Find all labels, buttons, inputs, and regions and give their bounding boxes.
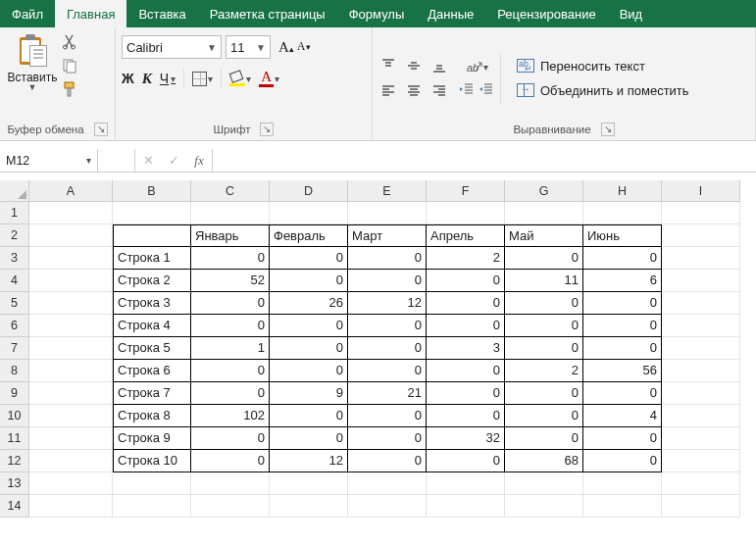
row-header[interactable]: 2 xyxy=(0,224,29,247)
cell[interactable] xyxy=(29,337,113,360)
cell[interactable]: 0 xyxy=(427,405,505,427)
tab-page-layout[interactable]: Разметка страницы xyxy=(198,0,337,27)
cell[interactable]: 0 xyxy=(505,405,583,427)
cell[interactable] xyxy=(583,495,662,518)
cell[interactable] xyxy=(29,450,113,472)
cell[interactable]: 4 xyxy=(583,405,662,427)
cell[interactable]: Февраль xyxy=(270,224,348,247)
cell[interactable]: 0 xyxy=(348,405,427,427)
cell[interactable] xyxy=(427,202,505,224)
cell[interactable]: 2 xyxy=(505,360,583,382)
cell[interactable]: 12 xyxy=(348,292,427,315)
tab-formulas[interactable]: Формулы xyxy=(337,0,417,27)
cell[interactable]: 0 xyxy=(348,360,427,382)
fx-button[interactable]: fx xyxy=(186,153,212,169)
cell[interactable] xyxy=(29,247,113,270)
row-header[interactable]: 3 xyxy=(0,247,29,270)
cell[interactable] xyxy=(29,202,113,224)
fill-color-button[interactable]: ▾ xyxy=(229,71,251,86)
cell[interactable]: 0 xyxy=(270,315,348,337)
cell[interactable]: Строка 6 xyxy=(113,360,191,382)
row-header[interactable]: 11 xyxy=(0,427,29,450)
cell[interactable]: Строка 5 xyxy=(113,337,191,360)
align-center-button[interactable] xyxy=(404,81,424,101)
cell[interactable] xyxy=(427,495,505,518)
format-painter-button[interactable] xyxy=(61,80,78,98)
cell[interactable]: 0 xyxy=(505,247,583,270)
row-header[interactable]: 6 xyxy=(0,315,29,337)
cell[interactable]: Строка 3 xyxy=(113,292,191,315)
column-header[interactable]: A xyxy=(29,180,113,202)
name-box[interactable]: M12 ▾ xyxy=(0,149,98,172)
cell[interactable] xyxy=(270,472,348,495)
cell[interactable]: 12 xyxy=(270,450,348,472)
cell[interactable]: Строка 9 xyxy=(113,427,191,450)
cell[interactable] xyxy=(29,360,113,382)
cell[interactable]: 0 xyxy=(191,427,270,450)
cell[interactable]: 0 xyxy=(583,292,662,315)
accept-formula-button[interactable]: ✓ xyxy=(161,153,186,168)
cell[interactable] xyxy=(505,495,583,518)
cell[interactable]: 0 xyxy=(583,427,662,450)
align-top-button[interactable] xyxy=(378,56,398,75)
cell[interactable] xyxy=(29,427,113,450)
cell[interactable]: 0 xyxy=(583,337,662,360)
cell[interactable]: 0 xyxy=(427,270,505,292)
row-header[interactable]: 4 xyxy=(0,270,29,292)
tab-file[interactable]: Файл xyxy=(0,0,55,27)
cell[interactable] xyxy=(29,292,113,315)
column-header[interactable]: B xyxy=(113,180,191,202)
cell[interactable] xyxy=(113,495,191,518)
cell[interactable] xyxy=(348,472,427,495)
font-size-select[interactable]: 11 ▼ xyxy=(226,35,271,59)
row-header[interactable]: 7 xyxy=(0,337,29,360)
cell[interactable]: 102 xyxy=(191,405,270,427)
cell[interactable]: 0 xyxy=(583,315,662,337)
cell[interactable]: 0 xyxy=(427,360,505,382)
cell[interactable] xyxy=(505,472,583,495)
cell[interactable] xyxy=(29,495,113,518)
cell[interactable]: Строка 4 xyxy=(113,315,191,337)
cell[interactable]: Строка 8 xyxy=(113,405,191,427)
cell[interactable]: 0 xyxy=(348,247,427,270)
cell[interactable]: 0 xyxy=(505,315,583,337)
cell[interactable]: Май xyxy=(505,224,583,247)
tab-insert[interactable]: Вставка xyxy=(126,0,197,27)
cell[interactable] xyxy=(29,382,113,405)
column-header[interactable]: F xyxy=(427,180,505,202)
cell[interactable]: 0 xyxy=(191,360,270,382)
copy-button[interactable] xyxy=(61,57,78,74)
cell[interactable]: 52 xyxy=(191,270,270,292)
cell[interactable]: 0 xyxy=(505,337,583,360)
row-header[interactable]: 5 xyxy=(0,292,29,315)
cell[interactable]: 0 xyxy=(191,382,270,405)
cell[interactable]: 9 xyxy=(270,382,348,405)
tab-view[interactable]: Вид xyxy=(608,0,655,27)
cell[interactable]: 0 xyxy=(348,315,427,337)
decrease-indent-button[interactable] xyxy=(459,81,475,97)
cell[interactable] xyxy=(583,202,662,224)
chevron-down-icon[interactable]: ▼ xyxy=(28,82,37,92)
row-header[interactable]: 14 xyxy=(0,495,29,518)
row-header[interactable]: 1 xyxy=(0,202,29,224)
cell[interactable]: 0 xyxy=(191,450,270,472)
bold-button[interactable]: Ж xyxy=(122,71,134,86)
cell[interactable] xyxy=(113,224,191,247)
cell[interactable]: 0 xyxy=(348,450,427,472)
cell[interactable]: 0 xyxy=(270,270,348,292)
increase-indent-button[interactable] xyxy=(479,81,494,97)
row-header[interactable]: 13 xyxy=(0,472,29,495)
cell[interactable]: 26 xyxy=(270,292,348,315)
cell[interactable]: 11 xyxy=(505,270,583,292)
cell[interactable] xyxy=(583,472,662,495)
cell[interactable] xyxy=(662,360,740,382)
cell[interactable]: 1 xyxy=(191,337,270,360)
font-launcher[interactable]: ↘ xyxy=(260,123,274,136)
cell[interactable]: 68 xyxy=(505,450,583,472)
cell[interactable]: Июнь xyxy=(583,224,662,247)
cell[interactable] xyxy=(662,450,740,472)
formula-input[interactable] xyxy=(213,149,756,172)
cell[interactable]: 0 xyxy=(583,450,662,472)
shrink-font-button[interactable]: A▾ xyxy=(297,39,311,56)
cell[interactable]: Март xyxy=(348,224,427,247)
